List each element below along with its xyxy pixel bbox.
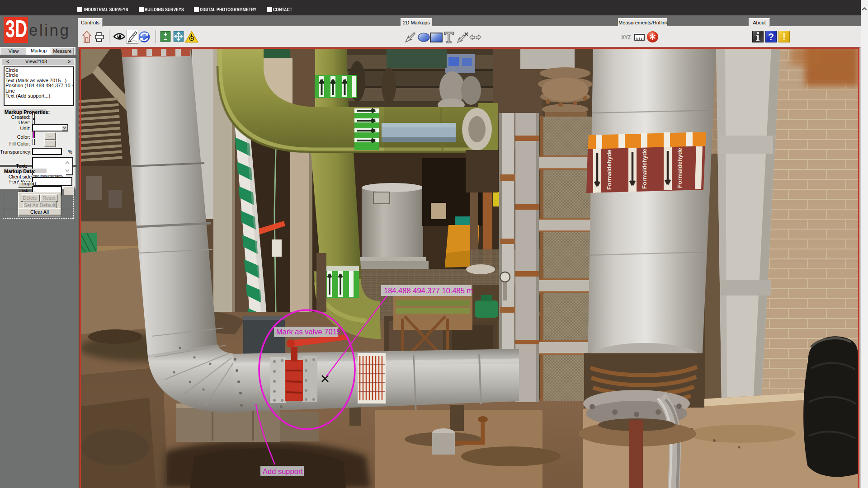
svg-text:!: ! (783, 31, 786, 42)
svg-text:Formaldehyde: Formaldehyde (676, 148, 683, 188)
svg-text:?: ? (768, 31, 774, 42)
svg-text:184.488 494.377 10.485 m: 184.488 494.377 10.485 m (384, 286, 473, 295)
svg-text:Mark as valve 7015: Mark as valve 7015 (276, 328, 341, 336)
svg-text:Add support: Add support (263, 467, 303, 475)
svg-text:Formaldehyde: Formaldehyde (606, 150, 613, 190)
svg-text:Formaldehyde: Formaldehyde (641, 149, 648, 189)
